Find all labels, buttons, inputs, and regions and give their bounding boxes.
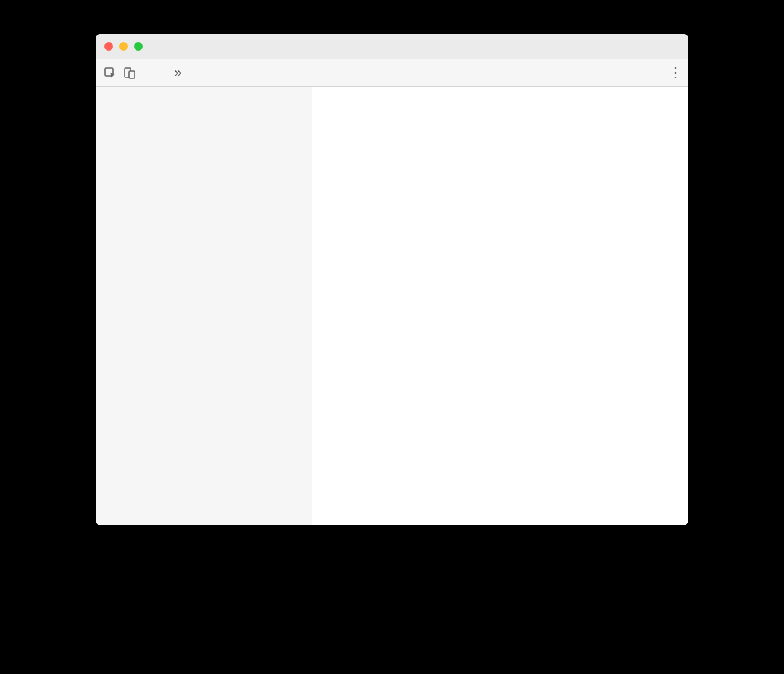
- devtools-toolbar: » ⋮: [96, 59, 688, 87]
- settings-menu-icon[interactable]: ⋮: [669, 65, 682, 81]
- traffic-lights: [96, 42, 143, 51]
- devtools-window: » ⋮: [96, 34, 688, 525]
- devtools-body: [96, 87, 688, 525]
- inspect-element-icon[interactable]: [102, 65, 118, 81]
- toolbar-separator: [148, 66, 148, 80]
- clear-storage-pane: [312, 87, 688, 525]
- minimize-window-button[interactable]: [119, 42, 128, 51]
- titlebar: [96, 34, 688, 59]
- application-sidebar: [96, 87, 312, 525]
- maximize-window-button[interactable]: [134, 42, 143, 51]
- close-window-button[interactable]: [104, 42, 113, 51]
- more-tabs-icon[interactable]: »: [174, 65, 181, 81]
- device-toolbar-icon[interactable]: [122, 65, 138, 81]
- svg-rect-2: [129, 71, 135, 78]
